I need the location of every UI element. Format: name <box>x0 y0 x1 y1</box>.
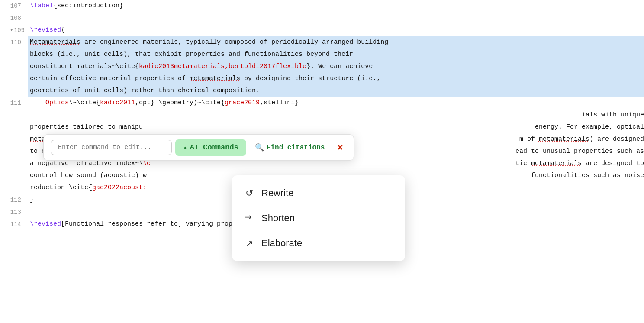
editor-area: 107 \label{sec:introduction} 108 ▼ 109 \… <box>0 0 644 323</box>
ai-commands-label: AI Commands <box>190 143 238 152</box>
line-number-110: 110 <box>0 36 28 48</box>
line-content-split-1: ials with unique <box>28 109 644 121</box>
line-content-110: Metamaterials are engineered materials, … <box>28 36 644 97</box>
line-number-108: 108 <box>0 12 28 24</box>
line-content-split-4b: ead to unusual properties such as <box>336 145 644 158</box>
dropdown-item-shorten[interactable]: ↗ Shorten <box>232 206 405 231</box>
line-number-113: 113 <box>0 206 28 218</box>
line-108: 108 <box>0 12 644 24</box>
shorten-label: Shorten <box>261 213 295 224</box>
line-number-107: 107 <box>0 0 28 12</box>
sparkle-icon: ✦ <box>183 143 187 152</box>
elaborate-label: Elaborate <box>261 238 302 249</box>
line-109: ▼ 109 \revised{ <box>0 24 644 36</box>
line-content-split-2b: energy. For example, optical <box>336 121 644 133</box>
dropdown-item-elaborate[interactable]: ↗ Elaborate <box>232 231 405 256</box>
line-content-109: \revised{ <box>28 24 644 36</box>
line-111: 111 Optics\~\cite{kadic2011,opt} \geomet… <box>0 97 644 109</box>
line-number-111: 111 <box>0 97 28 109</box>
rewrite-label: Rewrite <box>261 187 294 199</box>
close-button[interactable]: ✕ <box>333 141 347 154</box>
line-content-107: \label{sec:introduction} <box>28 0 644 12</box>
line-110: 110 Metamaterials are engineered materia… <box>0 36 644 97</box>
line-number-114: 114 <box>0 218 28 230</box>
line-content-split-3b: m of metamaterials) are designed <box>336 133 644 145</box>
toolbar: ✦ AI Commands 🔍 Find citations ✕ <box>43 134 354 161</box>
dropdown-item-rewrite[interactable]: ↺ Rewrite <box>232 181 405 206</box>
find-citations-label: Find citations <box>267 144 325 152</box>
line-number-112: 112 <box>0 194 28 206</box>
ai-commands-button[interactable]: ✦ AI Commands <box>175 139 246 156</box>
search-icon: 🔍 <box>255 143 264 152</box>
ai-commands-dropdown: ↺ Rewrite ↗ Shorten ↗ Elaborate <box>232 175 405 261</box>
shorten-icon: ↗ <box>242 211 257 226</box>
line-content-split-5b: tic metamaterials are designed to <box>336 158 644 170</box>
rewrite-icon: ↺ <box>244 187 254 199</box>
elaborate-icon: ↗ <box>244 238 254 249</box>
line-107: 107 \label{sec:introduction} <box>0 0 644 12</box>
line-content-split-2a: properties tailored to manipu <box>28 121 336 133</box>
line-split-1: ials with unique <box>0 109 644 121</box>
line-number-109: ▼ 109 <box>0 24 28 36</box>
line-split-2: properties tailored to manipu energy. Fo… <box>0 121 644 133</box>
command-input[interactable] <box>51 140 172 155</box>
line-content-111: Optics\~\cite{kadic2011,opt} \geometry)~… <box>28 97 644 109</box>
find-citations-button[interactable]: 🔍 Find citations <box>250 139 330 156</box>
